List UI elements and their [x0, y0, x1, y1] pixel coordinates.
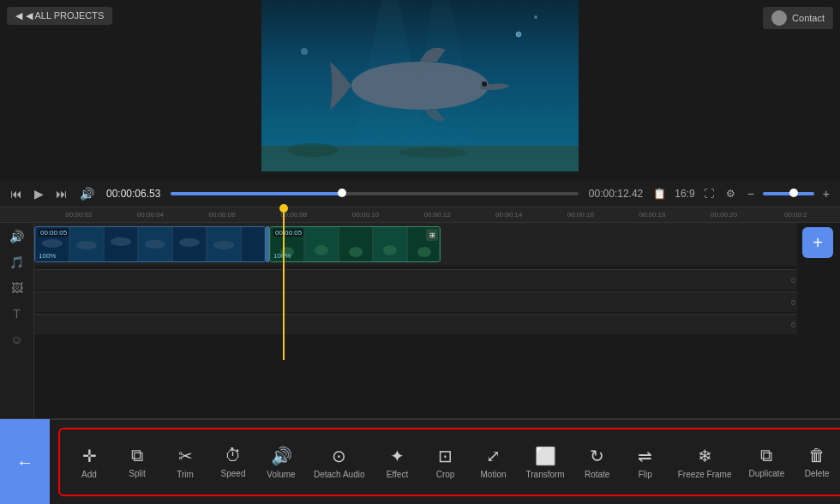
flip-label: Flip [639, 470, 652, 479]
delete-label: Delete [805, 469, 830, 478]
tool-split-button[interactable]: ⧉Split [115, 441, 159, 483]
ruler-mark: 00:00:18 [616, 211, 688, 219]
motion-icon: ⤢ [486, 446, 501, 466]
split-label: Split [129, 469, 145, 478]
rotate-icon: ↻ [590, 446, 604, 466]
skip-forward-btn[interactable]: ⏭ [52, 185, 71, 202]
ruler-mark: 00:00:2 [759, 211, 831, 219]
ruler-mark: 00:00:04 [115, 211, 187, 219]
zoom-in-btn[interactable]: + [819, 185, 833, 202]
timeline-tracks: 00:00:05 100% [34, 223, 797, 351]
rotate-label: Rotate [585, 470, 609, 479]
speed-label: Speed [221, 469, 246, 478]
all-projects-label: ◀ ALL PROJECTS [26, 10, 104, 21]
resolution-display: 16:9 [675, 188, 694, 200]
tool-detach-button[interactable]: ⊙Detach Audio [307, 441, 372, 484]
tool-delete-button[interactable]: 🗑Delete [795, 441, 839, 483]
settings-btn[interactable]: ⚙ [723, 186, 739, 201]
add-track-button[interactable]: + [802, 227, 833, 258]
text-track-icon[interactable]: T [13, 307, 21, 321]
svg-point-35 [417, 247, 431, 257]
speed-icon: ⏱ [225, 446, 242, 465]
trim-label: Trim [177, 470, 194, 479]
video-clip-1[interactable]: 00:00:05 100% [34, 226, 266, 262]
ruler-mark: 00:00:14 [473, 211, 545, 219]
time-total: 00:00:12.42 [589, 188, 643, 200]
back-button[interactable]: ← [0, 419, 50, 504]
tool-volume-button[interactable]: 🔊Volume [259, 441, 303, 484]
playhead[interactable] [283, 207, 285, 360]
skip-back-btn[interactable]: ⏮ [7, 185, 26, 202]
svg-point-7 [301, 48, 308, 55]
tool-trim-button[interactable]: ✂Trim [163, 441, 207, 484]
music-track-icon[interactable]: 🎵 [9, 255, 24, 269]
progress-bar[interactable] [171, 192, 578, 195]
underwater-video [261, 0, 579, 171]
tools-container: ✛Add⧉Split✂Trim⏱Speed🔊Volume⊙Detach Audi… [58, 428, 840, 496]
delete-icon: 🗑 [808, 446, 825, 465]
play-btn[interactable]: ▶ [31, 185, 47, 202]
clip2-label: 00:00:05 [273, 229, 303, 237]
ruler-mark: 00:00:16 [544, 211, 616, 219]
contact-avatar [771, 10, 787, 26]
volume-btn[interactable]: 🔊 [76, 185, 98, 202]
audio-track-icon[interactable]: 🔊 [9, 230, 24, 243]
progress-handle[interactable] [338, 189, 346, 197]
tool-rotate-button[interactable]: ↻Rotate [575, 441, 620, 484]
svg-point-21 [111, 237, 131, 246]
ruler-mark: 00:00:02 [43, 211, 115, 219]
ruler-mark: 00:00:10 [330, 211, 402, 219]
audio-track3-badge: 0 [791, 321, 795, 329]
transform-label: Transform [526, 470, 565, 479]
svg-rect-27 [305, 227, 338, 261]
tool-freeze-button[interactable]: ❄Freeze Frame [671, 441, 739, 484]
tool-motion-button[interactable]: ⤢Motion [471, 441, 516, 484]
split-icon: ⧉ [131, 446, 143, 465]
fullscreen-btn[interactable]: ⛶ [700, 186, 717, 201]
clip2-icon: ⊞ [426, 229, 438, 241]
progress-fill [171, 192, 342, 195]
audio-track-2: 0 [34, 291, 797, 312]
contact-button[interactable]: Contact [763, 7, 833, 29]
image-track-icon[interactable]: 🖼 [11, 281, 23, 295]
crop-icon: ⊡ [438, 446, 453, 466]
all-projects-button[interactable]: ◀ ◀ ALL PROJECTS [7, 7, 112, 25]
svg-point-34 [383, 245, 397, 255]
video-clip-2[interactable]: 00:00:05 100% ⊞ [269, 226, 441, 262]
tool-speed-button[interactable]: ⏱Speed [211, 441, 255, 483]
audio-track-3: 0 [34, 314, 797, 334]
video-preview [261, 0, 579, 171]
volume-handle[interactable] [789, 189, 798, 197]
ruler-mark: 00:00:20 [688, 211, 760, 219]
svg-point-10 [399, 147, 467, 158]
flip-icon: ⇌ [638, 446, 652, 466]
tool-effect-button[interactable]: ✦Effect [375, 441, 420, 484]
toolbar: ⏮ ▶ ⏭ 🔊 00:00:06.53 00:00:12.42 📋 16:9 ⛶… [0, 180, 840, 207]
svg-point-4 [482, 81, 487, 87]
effect-label: Effect [387, 470, 408, 479]
svg-point-32 [315, 245, 328, 255]
tool-transform-button[interactable]: ⬜Transform [519, 441, 572, 484]
volume-icon: 🔊 [271, 446, 292, 466]
tool-duplicate-button[interactable]: ⧉Duplicate [742, 441, 792, 483]
ruler-mark: 00:00:06 [186, 211, 258, 219]
svg-point-24 [213, 241, 234, 249]
video-track: 00:00:05 100% [34, 223, 797, 266]
clip1-label: 00:00:05 [39, 229, 69, 237]
tool-add-button[interactable]: ✛Add [67, 441, 111, 484]
timeline-ruler: 00:00:02 00:00:04 00:00:06 00:00:08 00:0… [0, 207, 840, 223]
detach-icon: ⊙ [332, 446, 346, 466]
svg-point-20 [76, 241, 97, 249]
sticker-track-icon[interactable]: ☺ [10, 333, 22, 346]
duplicate-icon: ⧉ [760, 446, 772, 465]
trim-icon: ✂ [178, 446, 193, 466]
bottom-toolbar: ← ✛Add⧉Split✂Trim⏱Speed🔊Volume⊙Detach Au… [0, 418, 840, 504]
svg-point-6 [534, 15, 537, 19]
audio-track2-badge: 0 [791, 298, 795, 307]
volume-track[interactable] [763, 192, 814, 195]
back-icon: ← [16, 453, 33, 472]
contact-label: Contact [792, 13, 825, 23]
zoom-out-btn[interactable]: − [744, 185, 758, 202]
tool-flip-button[interactable]: ⇌Flip [623, 441, 668, 484]
tool-crop-button[interactable]: ⊡Crop [423, 441, 468, 484]
